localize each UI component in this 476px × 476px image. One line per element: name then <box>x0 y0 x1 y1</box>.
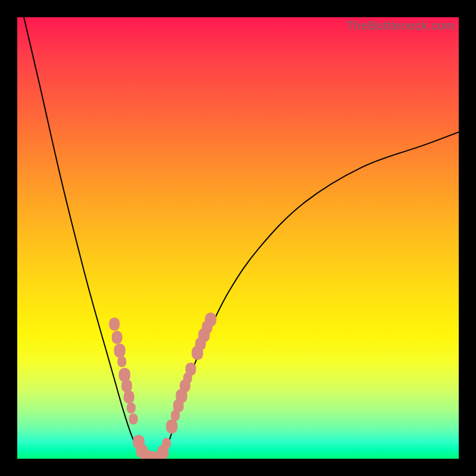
data-marker <box>162 438 171 449</box>
curve-right <box>161 132 459 456</box>
data-marker <box>186 362 196 375</box>
marker-group <box>109 312 216 459</box>
data-marker <box>117 356 126 367</box>
data-marker <box>124 390 134 403</box>
data-marker <box>114 343 126 358</box>
data-marker <box>129 414 138 425</box>
data-marker <box>205 312 216 327</box>
plot-area: TheBottleneck.com <box>17 17 459 459</box>
data-marker <box>127 402 136 414</box>
chart-svg <box>17 17 459 459</box>
data-marker <box>112 331 123 344</box>
data-marker <box>109 318 120 331</box>
chart-container: TheBottleneck.com <box>0 0 476 476</box>
data-marker <box>166 419 177 434</box>
